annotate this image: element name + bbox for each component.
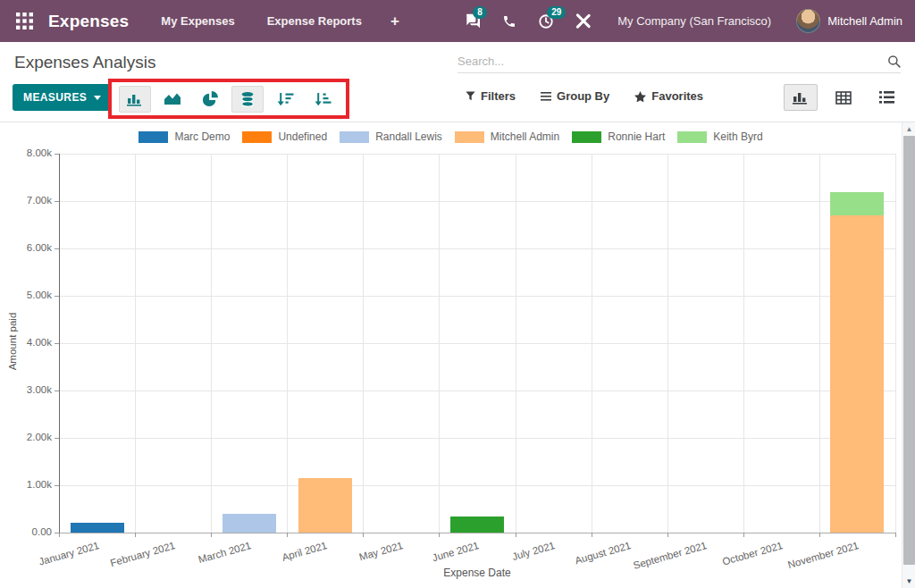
user-menu[interactable]: Mitchell Admin <box>827 14 902 28</box>
y-gridline <box>59 201 895 202</box>
facet-bar: Filters Group By Favorites <box>466 89 703 103</box>
pie-chart-type-button[interactable] <box>194 86 226 113</box>
x-tick-mark <box>59 533 60 537</box>
stacked-toggle-button[interactable] <box>231 86 264 113</box>
filters-label: Filters <box>481 89 516 103</box>
activities-clock-icon[interactable]: 29 <box>538 13 554 29</box>
x-tick-mark <box>516 533 516 537</box>
y-gridline <box>59 154 895 155</box>
group-by-icon <box>541 92 551 101</box>
messages-icon[interactable]: 8 <box>464 13 481 29</box>
x-gridline <box>363 154 364 533</box>
y-tick-label: 7.00k <box>0 195 52 206</box>
x-gridline <box>439 154 440 533</box>
scrollbar-thumb[interactable] <box>903 136 915 565</box>
bar-chart-type-button[interactable] <box>119 86 151 113</box>
x-gridline <box>211 154 212 533</box>
y-gridline <box>59 533 895 533</box>
x-axis-title: Expense Date <box>59 567 895 579</box>
x-tick-mark <box>895 533 896 537</box>
y-gridline <box>59 485 895 486</box>
chart-tools-annotation-box <box>108 79 349 119</box>
x-tick-mark <box>135 533 136 537</box>
phone-icon[interactable] <box>502 14 516 29</box>
company-switcher[interactable]: My Company (San Francisco) <box>617 14 771 28</box>
x-tick-mark <box>211 533 212 537</box>
bar-segment-ronnie-hart[interactable] <box>450 517 504 533</box>
x-gridline <box>667 154 668 533</box>
list-view-button[interactable] <box>869 84 903 111</box>
y-gridline <box>59 343 895 344</box>
app-name[interactable]: Expenses <box>48 12 129 31</box>
x-tick-mark <box>439 533 440 537</box>
developer-tools-icon[interactable] <box>575 13 591 29</box>
y-tick-label: 2.00k <box>0 432 52 442</box>
search-bar <box>458 50 901 73</box>
x-tick-mark <box>363 533 364 537</box>
apps-grid-icon[interactable] <box>9 6 39 37</box>
search-input[interactable] <box>458 55 887 68</box>
messages-badge: 8 <box>473 6 487 19</box>
x-tick-mark <box>287 533 288 537</box>
measures-label: MEASURES <box>23 91 87 104</box>
x-tick-mark <box>743 533 744 537</box>
sort-ascending-button[interactable] <box>306 86 339 113</box>
chart-plot: 0.001.00k2.00k3.00k4.00k5.00k6.00k7.00k8… <box>0 122 902 588</box>
pivot-view-button[interactable] <box>827 84 860 111</box>
sort-descending-button[interactable] <box>269 86 301 113</box>
x-tick-mark <box>592 533 592 537</box>
bar-segment-mitchell-admin[interactable] <box>830 215 884 533</box>
y-gridline <box>59 296 895 297</box>
graph-view-button[interactable] <box>784 84 818 111</box>
x-gridline <box>743 154 744 533</box>
group-by-label: Group By <box>557 89 609 103</box>
favorites-menu[interactable]: Favorites <box>634 89 703 103</box>
x-gridline <box>592 154 592 533</box>
bar-segment-marc-demo[interactable] <box>71 523 124 533</box>
scrollbar-up-arrow-icon[interactable]: ▲ <box>902 122 915 136</box>
y-tick-label: 8.00k <box>0 147 52 158</box>
y-tick-label: 0.00 <box>0 526 52 537</box>
group-by-menu[interactable]: Group By <box>541 89 609 103</box>
nav-item-my-expenses[interactable]: My Expenses <box>161 14 234 28</box>
view-switcher <box>784 84 915 111</box>
bar-segment-keith-byrd[interactable] <box>830 192 884 214</box>
measures-button[interactable]: MEASURES <box>13 84 112 111</box>
x-gridline <box>287 154 288 533</box>
y-gridline <box>59 248 895 249</box>
page-title: Expenses Analysis <box>14 53 155 72</box>
user-avatar[interactable] <box>796 9 820 33</box>
x-gridline <box>516 154 516 533</box>
vertical-scrollbar[interactable]: ▲ ▼ <box>902 122 915 588</box>
x-tick-mark <box>667 533 668 537</box>
activities-badge: 29 <box>547 6 566 19</box>
nav-item-add[interactable]: + <box>390 13 399 30</box>
x-gridline <box>819 154 820 533</box>
nav-right-section: 8 29 My Company (San Francisco) Mitch <box>442 9 902 33</box>
scrollbar-down-arrow-icon[interactable]: ▼ <box>902 575 915 588</box>
y-tick-label: 6.00k <box>0 242 52 253</box>
x-tick-mark <box>819 533 820 537</box>
bar-segment-randall-lewis[interactable] <box>222 514 276 533</box>
y-axis-title: Amount paid <box>7 288 18 395</box>
y-tick-label: 1.00k <box>0 479 52 490</box>
chevron-down-icon <box>94 96 101 100</box>
nav-item-expense-reports[interactable]: Expense Reports <box>267 14 362 28</box>
chart-area: Marc DemoUndefinedRandall LewisMitchell … <box>0 122 902 588</box>
x-gridline <box>135 154 136 533</box>
search-icon[interactable] <box>887 55 901 68</box>
y-gridline <box>59 438 895 439</box>
y-gridline <box>59 391 895 391</box>
line-chart-type-button[interactable] <box>156 86 189 113</box>
x-gridline <box>895 154 896 533</box>
filters-menu[interactable]: Filters <box>466 89 516 103</box>
y-axis-line <box>59 154 60 533</box>
favorites-label: Favorites <box>651 89 703 103</box>
top-nav-bar: Expenses My Expenses Expense Reports + 8… <box>0 0 915 42</box>
bar-segment-mitchell-admin[interactable] <box>298 478 352 533</box>
star-icon <box>634 91 646 102</box>
filter-funnel-icon <box>466 91 475 101</box>
